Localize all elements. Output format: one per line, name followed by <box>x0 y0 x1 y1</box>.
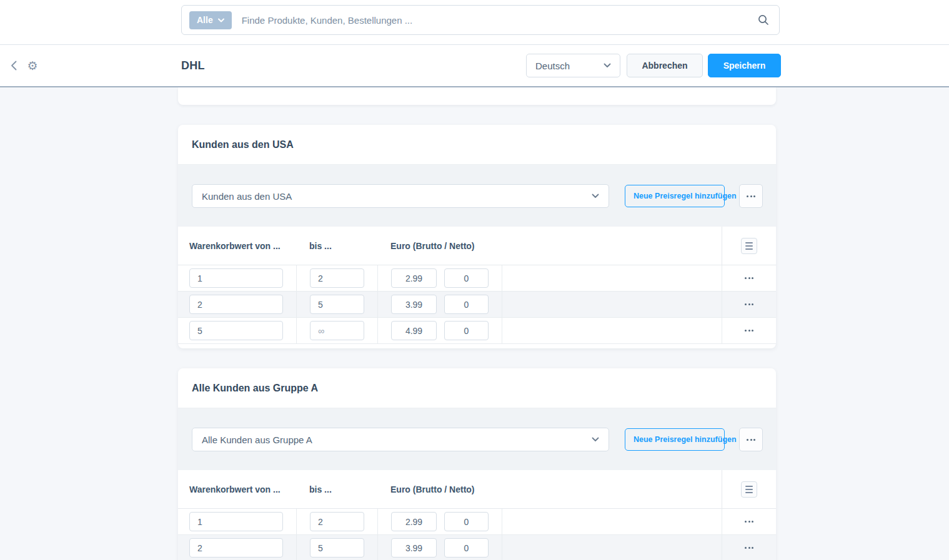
net-price-input[interactable] <box>444 268 489 288</box>
net-price-input[interactable] <box>444 512 489 531</box>
column-header-price: Euro (Brutto / Netto) <box>390 470 475 509</box>
column-header-to: bis ... <box>309 227 332 265</box>
rule-select-value: Alle Kunden aus Gruppe A <box>202 435 312 445</box>
from-input[interactable] <box>189 538 283 558</box>
add-price-rule-button[interactable]: Neue Preisregel hinzufügen <box>625 428 725 451</box>
top-bar: Alle <box>0 0 949 45</box>
from-input[interactable] <box>189 321 283 340</box>
chevron-down-icon <box>604 63 611 68</box>
grid-action-column <box>722 227 776 265</box>
language-select-value: Deutsch <box>535 61 570 71</box>
card-toolbar: Alle Kunden aus Gruppe A Neue Preisregel… <box>178 408 776 470</box>
cancel-button[interactable]: Abbrechen <box>627 54 703 77</box>
search-filter-label: Alle <box>197 15 213 25</box>
previous-card-bottom <box>178 87 776 105</box>
ellipsis-icon <box>747 439 755 441</box>
gross-price-input[interactable] <box>391 512 437 531</box>
card-title: Alle Kunden aus Gruppe A <box>178 368 776 408</box>
settings-button[interactable]: ⚙ <box>24 45 41 86</box>
rule-select[interactable]: Kunden aus den USA <box>192 184 609 208</box>
net-price-input[interactable] <box>444 538 489 558</box>
from-input[interactable] <box>189 295 283 314</box>
smart-bar: ⚙ DHL Deutsch Abbrechen Speichern <box>0 45 949 87</box>
gross-price-input[interactable] <box>391 321 437 340</box>
content-area: Kunden aus den USA Kunden aus den USA Ne… <box>0 87 949 560</box>
column-header-from: Warenkorbwert von ... <box>189 470 281 509</box>
table-row <box>178 292 776 318</box>
rule-select-value: Kunden aus den USA <box>202 191 292 202</box>
to-input-infinity[interactable] <box>310 321 364 340</box>
row-context-menu-button[interactable] <box>722 509 776 534</box>
rule-select[interactable]: Alle Kunden aus Gruppe A <box>192 428 609 451</box>
card-context-menu-button[interactable] <box>739 184 763 208</box>
gross-price-input[interactable] <box>391 268 437 288</box>
table-row <box>178 318 776 344</box>
search-input[interactable] <box>242 15 753 26</box>
language-select[interactable]: Deutsch <box>526 54 620 77</box>
card-title: Kunden aus den USA <box>178 125 776 164</box>
price-rule-card-gruppe-a: Alle Kunden aus Gruppe A Alle Kunden aus… <box>178 368 776 560</box>
save-button[interactable]: Speichern <box>708 54 781 77</box>
from-input[interactable] <box>189 512 283 531</box>
chevron-down-icon <box>592 437 599 442</box>
net-price-input[interactable] <box>444 295 489 314</box>
hamburger-icon <box>745 486 753 493</box>
grid-header: Warenkorbwert von ... bis ... Euro (Brut… <box>178 227 776 265</box>
net-price-input[interactable] <box>444 321 489 340</box>
back-button[interactable] <box>5 45 22 86</box>
hamburger-icon <box>745 242 753 250</box>
column-header-to: bis ... <box>309 470 332 509</box>
column-header-from: Warenkorbwert von ... <box>189 227 281 265</box>
grid-settings-button[interactable] <box>741 238 757 254</box>
smartbar-actions: Deutsch Abbrechen Speichern <box>526 54 781 77</box>
table-row <box>178 265 776 292</box>
chevron-down-icon <box>592 194 599 199</box>
column-header-price: Euro (Brutto / Netto) <box>390 227 475 265</box>
row-context-menu-button[interactable] <box>722 535 776 560</box>
gross-price-input[interactable] <box>391 295 437 314</box>
row-context-menu-button[interactable] <box>722 292 776 317</box>
chevron-left-icon <box>11 61 17 71</box>
card-toolbar: Kunden aus den USA Neue Preisregel hinzu… <box>178 164 776 227</box>
from-input[interactable] <box>189 268 283 288</box>
card-context-menu-button[interactable] <box>739 428 763 451</box>
to-input[interactable] <box>310 295 364 314</box>
to-input[interactable] <box>310 512 364 531</box>
grid-settings-button[interactable] <box>741 481 757 498</box>
grid-header: Warenkorbwert von ... bis ... Euro (Brut… <box>178 470 776 509</box>
price-rule-card-usa: Kunden aus den USA Kunden aus den USA Ne… <box>178 125 776 348</box>
gear-icon: ⚙ <box>27 60 37 72</box>
to-input[interactable] <box>310 538 364 558</box>
page-title: DHL <box>181 45 205 86</box>
search-filter-chip[interactable]: Alle <box>189 11 232 29</box>
table-row <box>178 509 776 535</box>
grid-action-column <box>722 470 776 508</box>
table-row <box>178 535 776 560</box>
global-search-bar[interactable]: Alle <box>181 5 780 35</box>
gross-price-input[interactable] <box>391 538 437 558</box>
chevron-down-icon <box>218 18 224 22</box>
add-price-rule-button[interactable]: Neue Preisregel hinzufügen <box>625 185 725 207</box>
row-context-menu-button[interactable] <box>722 265 776 291</box>
search-icon <box>758 14 769 26</box>
row-context-menu-button[interactable] <box>722 318 776 343</box>
to-input[interactable] <box>310 268 364 288</box>
ellipsis-icon <box>747 195 755 197</box>
